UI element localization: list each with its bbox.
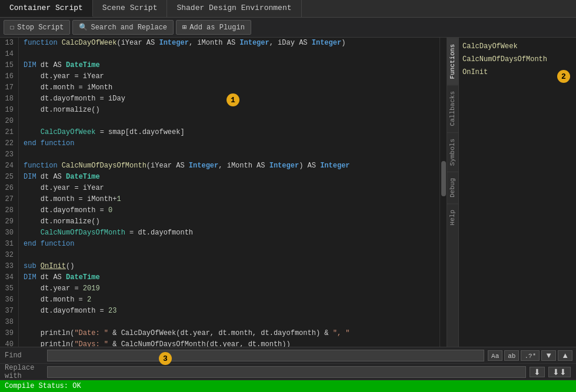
code-line-18: dt.dayofmonth = iDay bbox=[21, 93, 437, 105]
find-down-button[interactable]: ▼ bbox=[541, 350, 556, 361]
code-line-34: DIM dt AS DateTime bbox=[21, 272, 437, 283]
code-line-24: function CalcNumOfDaysOfMonth(iYear AS I… bbox=[21, 160, 437, 172]
tab-scene-script[interactable]: Scene Script bbox=[93, 0, 168, 17]
side-tab-callbacks[interactable]: Callbacks bbox=[447, 85, 458, 132]
replace-row: Replace with ⬇ ⬇⬇ bbox=[0, 364, 576, 380]
code-line-17: dt.month = iMonth bbox=[21, 82, 437, 93]
plugin-label: Add as Plugin bbox=[189, 24, 245, 32]
code-content[interactable]: function CalcDayOfWeek(iYear AS Integer,… bbox=[19, 38, 440, 347]
code-line-33: sub OnInit() bbox=[21, 261, 437, 272]
functions-list-item-2[interactable]: CalcNumOfDaysOfMonth bbox=[462, 53, 572, 66]
find-label: Find bbox=[0, 351, 47, 360]
code-line-31: end function bbox=[21, 239, 437, 250]
find-up-button[interactable]: ▲ bbox=[558, 350, 572, 361]
find-replace-bar: 3 Find Aa ab .?* ▼ ▲ Replace with ⬇ ⬇⬇ bbox=[0, 347, 576, 380]
stop-icon: ☐ bbox=[10, 23, 14, 32]
plugin-icon: ⊞ bbox=[182, 23, 187, 32]
code-line-29: dt.normalize() bbox=[21, 216, 437, 227]
find-case-sensitive-button[interactable]: Aa bbox=[488, 350, 502, 361]
code-line-36: dt.month = 2 bbox=[21, 294, 437, 306]
right-panel: 2 CalcDayOfWeek CalcNumOfDaysOfMonth OnI… bbox=[458, 38, 576, 347]
find-options: Aa ab .?* ▼ ▲ bbox=[484, 350, 576, 361]
find-row: Find Aa ab .?* ▼ ▲ bbox=[0, 347, 576, 364]
tab-container-script[interactable]: Container Script bbox=[0, 0, 93, 17]
find-regex-button[interactable]: .?* bbox=[521, 350, 540, 361]
code-line-13: function CalcDayOfWeek(iYear AS Integer,… bbox=[21, 38, 437, 49]
code-line-39: println("Date: " & CalcDayOfWeek(dt.year… bbox=[21, 328, 437, 339]
code-line-40: println("Days: " & CalcNumOfDaysOfMonth(… bbox=[21, 339, 437, 347]
search-icon: 🔍 bbox=[79, 23, 88, 32]
find-input[interactable] bbox=[47, 350, 484, 361]
code-line-14 bbox=[21, 49, 437, 60]
replace-label: Replace with bbox=[0, 364, 47, 380]
code-line-30: CalcNumOfDaysOfMonth = dt.dayofmonth bbox=[21, 227, 437, 239]
side-tab-debug[interactable]: Debug bbox=[447, 172, 458, 203]
replace-options: ⬇ ⬇⬇ bbox=[526, 367, 576, 377]
code-line-16: dt.year = iYear bbox=[21, 71, 437, 82]
main-area: 1 1314151617 1819202122 2324252627 28293… bbox=[0, 38, 576, 347]
stop-label: Stop Script bbox=[17, 24, 64, 32]
scrollbar-track[interactable] bbox=[440, 38, 447, 347]
replace-all-button[interactable]: ⬇⬇ bbox=[548, 367, 571, 377]
replace-input[interactable] bbox=[47, 366, 526, 378]
code-line-37: dt.dayofmonth = 23 bbox=[21, 306, 437, 317]
side-panel: Functions Callbacks Symbols Debug Help 2… bbox=[447, 38, 576, 347]
replace-one-button[interactable]: ⬇ bbox=[530, 367, 545, 377]
code-line-19: dt.normalize() bbox=[21, 105, 437, 116]
code-line-25: DIM dt AS DateTime bbox=[21, 172, 437, 183]
code-line-27: dt.month = iMonth+1 bbox=[21, 194, 437, 205]
side-tab-functions[interactable]: Functions bbox=[447, 38, 458, 85]
side-tab-help[interactable]: Help bbox=[447, 203, 458, 231]
stop-script-button[interactable]: ☐ Stop Script bbox=[4, 20, 70, 35]
code-line-35: dt.year = 2019 bbox=[21, 283, 437, 294]
code-line-23 bbox=[21, 149, 437, 160]
functions-list-item-3[interactable]: OnInit bbox=[462, 66, 572, 79]
code-line-28: dt.dayofmonth = 0 bbox=[21, 205, 437, 216]
search-replace-label: Search and Replace bbox=[91, 24, 167, 32]
compile-status-text: Compile Status: OK bbox=[5, 382, 81, 390]
code-line-15: DIM dt AS DateTime bbox=[21, 60, 437, 71]
find-whole-word-button[interactable]: ab bbox=[504, 350, 519, 361]
code-scroll[interactable]: 1314151617 1819202122 2324252627 2829303… bbox=[0, 38, 447, 347]
toolbar: ☐ Stop Script 🔍 Search and Replace ⊞ Add… bbox=[0, 18, 576, 38]
code-line-38 bbox=[21, 317, 437, 328]
code-line-32 bbox=[21, 250, 437, 261]
side-tab-symbols[interactable]: Symbols bbox=[447, 132, 458, 172]
side-tabs: Functions Callbacks Symbols Debug Help bbox=[447, 38, 458, 347]
code-editor: 1 1314151617 1819202122 2324252627 28293… bbox=[0, 38, 447, 347]
code-line-26: dt.year = iYear bbox=[21, 183, 437, 194]
scrollbar-thumb[interactable] bbox=[441, 161, 446, 196]
code-line-21: CalcDayOfWeek = smap[dt.dayofweek] bbox=[21, 127, 437, 138]
tab-bar: Container Script Scene Script Shader Des… bbox=[0, 0, 576, 18]
code-line-22: end function bbox=[21, 138, 437, 149]
add-plugin-button[interactable]: ⊞ Add as Plugin bbox=[176, 20, 251, 35]
status-bar: Compile Status: OK bbox=[0, 380, 576, 392]
functions-list-item-1[interactable]: CalcDayOfWeek bbox=[462, 40, 572, 53]
search-replace-button[interactable]: 🔍 Search and Replace bbox=[72, 20, 174, 35]
line-numbers: 1314151617 1819202122 2324252627 2829303… bbox=[0, 38, 19, 347]
tab-shader-design[interactable]: Shader Design Environment bbox=[167, 0, 301, 17]
code-line-20 bbox=[21, 116, 437, 127]
